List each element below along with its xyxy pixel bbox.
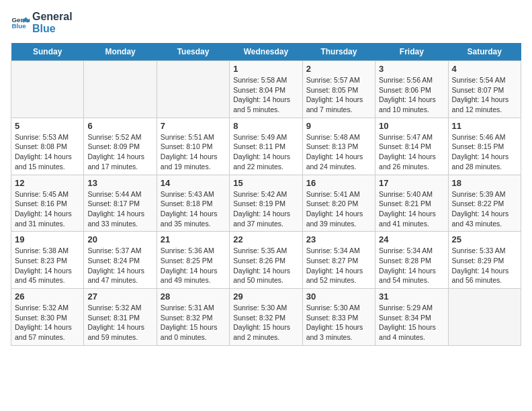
day-info: Sunrise: 5:56 AM Sunset: 8:06 PM Dayligh… [379, 75, 444, 115]
day-info: Sunrise: 5:58 AM Sunset: 8:04 PM Dayligh… [233, 75, 298, 115]
day-header-sunday: Sunday [11, 43, 84, 61]
day-number: 18 [452, 178, 517, 188]
calendar-cell: 14Sunrise: 5:43 AM Sunset: 8:18 PM Dayli… [157, 175, 229, 232]
calendar-cell: 23Sunrise: 5:34 AM Sunset: 8:27 PM Dayli… [302, 232, 375, 289]
calendar-cell: 13Sunrise: 5:44 AM Sunset: 8:17 PM Dayli… [84, 175, 157, 232]
day-info: Sunrise: 5:48 AM Sunset: 8:13 PM Dayligh… [306, 132, 371, 172]
day-number: 26 [15, 291, 80, 302]
day-info: Sunrise: 5:57 AM Sunset: 8:05 PM Dayligh… [306, 75, 371, 115]
day-info: Sunrise: 5:54 AM Sunset: 8:07 PM Dayligh… [452, 75, 517, 115]
calendar-cell: 25Sunrise: 5:33 AM Sunset: 8:29 PM Dayli… [448, 232, 521, 289]
calendar-cell: 2Sunrise: 5:57 AM Sunset: 8:05 PM Daylig… [302, 61, 375, 118]
day-info: Sunrise: 5:33 AM Sunset: 8:29 PM Dayligh… [452, 246, 517, 285]
calendar-cell: 31Sunrise: 5:29 AM Sunset: 8:34 PM Dayli… [375, 289, 448, 346]
calendar-table: SundayMondayTuesdayWednesdayThursdayFrid… [11, 43, 521, 346]
day-info: Sunrise: 5:35 AM Sunset: 8:26 PM Dayligh… [233, 246, 298, 285]
day-info: Sunrise: 5:43 AM Sunset: 8:18 PM Dayligh… [161, 189, 226, 229]
calendar-cell: 30Sunrise: 5:30 AM Sunset: 8:33 PM Dayli… [302, 289, 375, 346]
page-header: General Blue General Blue [11, 11, 521, 35]
day-header-saturday: Saturday [448, 43, 521, 61]
calendar-cell: 15Sunrise: 5:42 AM Sunset: 8:19 PM Dayli… [230, 175, 302, 232]
calendar-cell: 27Sunrise: 5:32 AM Sunset: 8:31 PM Dayli… [84, 289, 157, 346]
day-number: 19 [15, 234, 80, 244]
calendar-cell: 10Sunrise: 5:47 AM Sunset: 8:14 PM Dayli… [375, 118, 448, 175]
calendar-cell [11, 61, 84, 118]
day-info: Sunrise: 5:34 AM Sunset: 8:27 PM Dayligh… [306, 246, 371, 285]
day-number: 16 [306, 178, 371, 188]
calendar-cell: 12Sunrise: 5:45 AM Sunset: 8:16 PM Dayli… [11, 175, 84, 232]
day-number: 5 [15, 121, 80, 131]
calendar-cell [84, 61, 157, 118]
day-header-monday: Monday [84, 43, 157, 61]
day-info: Sunrise: 5:45 AM Sunset: 8:16 PM Dayligh… [15, 189, 80, 229]
day-number: 14 [161, 178, 226, 188]
day-info: Sunrise: 5:47 AM Sunset: 8:14 PM Dayligh… [379, 132, 444, 172]
day-info: Sunrise: 5:52 AM Sunset: 8:09 PM Dayligh… [87, 132, 152, 172]
day-number: 25 [452, 234, 517, 244]
day-number: 24 [379, 234, 444, 244]
day-number: 9 [306, 121, 371, 131]
calendar-cell [448, 289, 521, 346]
day-number: 17 [379, 178, 444, 188]
day-info: Sunrise: 5:44 AM Sunset: 8:17 PM Dayligh… [87, 189, 152, 229]
day-number: 11 [452, 121, 517, 131]
day-info: Sunrise: 5:32 AM Sunset: 8:30 PM Dayligh… [15, 303, 80, 342]
day-info: Sunrise: 5:34 AM Sunset: 8:28 PM Dayligh… [379, 246, 444, 285]
day-number: 29 [233, 291, 298, 302]
day-info: Sunrise: 5:40 AM Sunset: 8:21 PM Dayligh… [379, 189, 444, 229]
day-info: Sunrise: 5:49 AM Sunset: 8:11 PM Dayligh… [233, 132, 298, 172]
svg-text:Blue: Blue [11, 22, 26, 30]
calendar-cell: 17Sunrise: 5:40 AM Sunset: 8:21 PM Dayli… [375, 175, 448, 232]
day-info: Sunrise: 5:42 AM Sunset: 8:19 PM Dayligh… [233, 189, 298, 229]
calendar-cell: 28Sunrise: 5:31 AM Sunset: 8:32 PM Dayli… [157, 289, 229, 346]
day-number: 22 [233, 234, 298, 244]
day-info: Sunrise: 5:30 AM Sunset: 8:32 PM Dayligh… [233, 303, 298, 342]
day-number: 4 [452, 64, 517, 74]
calendar-cell: 1Sunrise: 5:58 AM Sunset: 8:04 PM Daylig… [230, 61, 302, 118]
day-number: 28 [161, 291, 226, 302]
day-number: 13 [87, 178, 152, 188]
calendar-cell: 9Sunrise: 5:48 AM Sunset: 8:13 PM Daylig… [302, 118, 375, 175]
calendar-cell: 16Sunrise: 5:41 AM Sunset: 8:20 PM Dayli… [302, 175, 375, 232]
calendar-cell [157, 61, 229, 118]
calendar-cell: 21Sunrise: 5:36 AM Sunset: 8:25 PM Dayli… [157, 232, 229, 289]
calendar-cell: 18Sunrise: 5:39 AM Sunset: 8:22 PM Dayli… [448, 175, 521, 232]
day-header-friday: Friday [375, 43, 448, 61]
logo-icon: General Blue [11, 13, 30, 32]
day-number: 12 [15, 178, 80, 188]
day-number: 2 [306, 64, 371, 74]
day-number: 10 [379, 121, 444, 131]
calendar-cell: 11Sunrise: 5:46 AM Sunset: 8:15 PM Dayli… [448, 118, 521, 175]
calendar-cell: 3Sunrise: 5:56 AM Sunset: 8:06 PM Daylig… [375, 61, 448, 118]
day-number: 7 [161, 121, 226, 131]
day-number: 8 [233, 121, 298, 131]
day-number: 30 [306, 291, 371, 302]
day-number: 23 [306, 234, 371, 244]
calendar-cell: 26Sunrise: 5:32 AM Sunset: 8:30 PM Dayli… [11, 289, 84, 346]
calendar-cell: 22Sunrise: 5:35 AM Sunset: 8:26 PM Dayli… [230, 232, 302, 289]
day-info: Sunrise: 5:46 AM Sunset: 8:15 PM Dayligh… [452, 132, 517, 172]
day-info: Sunrise: 5:41 AM Sunset: 8:20 PM Dayligh… [306, 189, 371, 229]
day-info: Sunrise: 5:36 AM Sunset: 8:25 PM Dayligh… [161, 246, 226, 285]
day-info: Sunrise: 5:51 AM Sunset: 8:10 PM Dayligh… [161, 132, 226, 172]
calendar-cell: 6Sunrise: 5:52 AM Sunset: 8:09 PM Daylig… [84, 118, 157, 175]
day-info: Sunrise: 5:29 AM Sunset: 8:34 PM Dayligh… [379, 303, 444, 342]
day-header-thursday: Thursday [302, 43, 375, 61]
logo-text: General Blue [32, 11, 73, 35]
day-number: 6 [87, 121, 152, 131]
calendar-cell: 20Sunrise: 5:37 AM Sunset: 8:24 PM Dayli… [84, 232, 157, 289]
day-info: Sunrise: 5:39 AM Sunset: 8:22 PM Dayligh… [452, 189, 517, 229]
calendar-cell: 5Sunrise: 5:53 AM Sunset: 8:08 PM Daylig… [11, 118, 84, 175]
calendar-cell: 24Sunrise: 5:34 AM Sunset: 8:28 PM Dayli… [375, 232, 448, 289]
day-info: Sunrise: 5:31 AM Sunset: 8:32 PM Dayligh… [161, 303, 226, 342]
day-header-tuesday: Tuesday [157, 43, 229, 61]
day-number: 31 [379, 291, 444, 302]
calendar-cell: 19Sunrise: 5:38 AM Sunset: 8:23 PM Dayli… [11, 232, 84, 289]
calendar-cell: 7Sunrise: 5:51 AM Sunset: 8:10 PM Daylig… [157, 118, 229, 175]
calendar-cell: 4Sunrise: 5:54 AM Sunset: 8:07 PM Daylig… [448, 61, 521, 118]
calendar-cell: 8Sunrise: 5:49 AM Sunset: 8:11 PM Daylig… [230, 118, 302, 175]
day-info: Sunrise: 5:32 AM Sunset: 8:31 PM Dayligh… [87, 303, 152, 342]
day-info: Sunrise: 5:53 AM Sunset: 8:08 PM Dayligh… [15, 132, 80, 172]
calendar-cell: 29Sunrise: 5:30 AM Sunset: 8:32 PM Dayli… [230, 289, 302, 346]
day-number: 20 [87, 234, 152, 244]
